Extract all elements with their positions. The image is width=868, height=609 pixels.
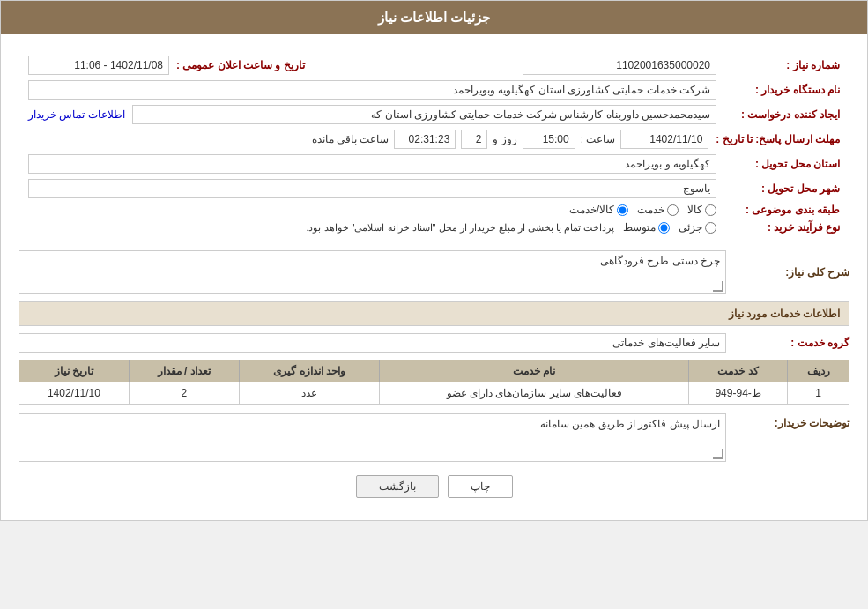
radio-kala[interactable]: کالا	[687, 204, 716, 216]
sharh-label: شرح کلی نیاز:	[726, 266, 849, 279]
services-table: ردیف کد خدمت نام خدمت واحد اندازه گیری ت…	[19, 360, 849, 405]
col-kod: کد خدمت	[688, 360, 787, 382]
motavasset-label: متوسط	[623, 221, 656, 234]
shahr-value: یاسوج	[28, 179, 716, 198]
ostan-value: کهگیلویه و بویراحمد	[28, 154, 716, 174]
noe-farayand-group: جزئی متوسط پرداخت تمام یا بخشی از مبلغ خ…	[28, 221, 716, 234]
nam-dastgah-label: نام دستگاه خریدار :	[716, 84, 840, 96]
back-button[interactable]: بازگشت	[356, 475, 439, 498]
mohlat-label: مهلت ارسال پاسخ: تا تاریخ :	[708, 133, 840, 145]
ijad-konande-value: سیدمحمدحسین داوربناه کارشناس شرکت خدمات …	[132, 105, 716, 124]
col-tarikh: تاریخ نیاز	[19, 360, 130, 382]
mohlat-remaining: 02:31:23	[394, 130, 456, 149]
gerohe-label: گروه خدمت :	[726, 337, 849, 349]
gerohe-value: سایر فعالیت‌های خدماتی	[19, 333, 726, 353]
tarikh-value: 1402/11/08 - 11:06	[28, 56, 169, 75]
tabaghe-kala-label: کالا	[687, 204, 702, 216]
jazzi-label: جزئی	[679, 221, 702, 234]
shahr-label: شهر محل تحویل :	[716, 182, 840, 195]
ijad-konande-link[interactable]: اطلاعات تماس خریدار	[28, 108, 125, 121]
farayand-note: پرداخت تمام یا بخشی از مبلغ خریدار از مح…	[306, 222, 614, 234]
textarea-resize-handle	[713, 281, 723, 292]
col-nam: نام خدمت	[380, 360, 688, 382]
header-title: جزئیات اطلاعات نیاز	[378, 10, 490, 25]
col-tedad: تعداد / مقدار	[129, 360, 239, 382]
radio-kala-khedmat[interactable]: کالا/خدمت	[569, 204, 628, 216]
shomare-niaz-value: 1102001635000020	[523, 56, 716, 75]
ostan-label: استان محل تحویل :	[716, 158, 840, 170]
toseih-label: توضیحات خریدار:	[726, 413, 849, 429]
tabaghe-label: طبقه بندی موضوعی :	[716, 204, 840, 216]
print-button[interactable]: چاپ	[448, 475, 513, 498]
radio-jazzi[interactable]: جزئی	[679, 221, 716, 234]
mohlat-remaining-label: ساعت باقی مانده	[312, 133, 389, 145]
services-table-section: ردیف کد خدمت نام خدمت واحد اندازه گیری ت…	[19, 360, 849, 405]
radio-motavasset[interactable]: متوسط	[623, 221, 670, 234]
khedmat-section-title: اطلاعات خدمات مورد نیاز	[19, 301, 849, 326]
table-row: 1ط-94-949فعالیت‌های سایر سازمان‌های دارا…	[19, 382, 849, 405]
radio-khedmat[interactable]: خدمت	[637, 204, 679, 216]
col-radif: ردیف	[788, 360, 849, 382]
mohlat-days: 2	[461, 130, 487, 149]
mohlat-date: 1402/11/10	[620, 130, 708, 149]
col-vahed: واحد اندازه گیری	[239, 360, 380, 382]
page-header: جزئیات اطلاعات نیاز	[1, 1, 867, 34]
tabaghe-kala-khedmat-label: کالا/خدمت	[569, 204, 614, 216]
tarikh-label: تاریخ و ساعت اعلان عمومی :	[169, 59, 305, 71]
ijad-konande-label: ایجاد کننده درخواست :	[716, 108, 840, 121]
toseih-value: ارسال پیش فاکتور از طریق همین سامانه	[540, 418, 720, 430]
tabaghe-khedmat-label: خدمت	[637, 204, 664, 216]
button-row: چاپ بازگشت	[19, 475, 849, 498]
noe-farayand-label: نوع فرآیند خرید :	[716, 221, 840, 234]
toseih-resize-handle	[713, 449, 723, 459]
mohlat-time-label: ساعت :	[581, 133, 616, 145]
sharh-value: چرخ دستی طرح فرودگاهی	[600, 255, 720, 267]
shomare-niaz-label: شماره نیاز :	[716, 59, 840, 71]
mohlat-time: 15:00	[523, 130, 575, 149]
mohlat-days-label: روز و	[493, 133, 516, 145]
tabaghe-radio-group: کالا خدمت کالا/خدمت	[28, 204, 716, 216]
nam-dastgah-value: شرکت خدمات حمایتی کشاورزی استان کهگیلویه…	[28, 80, 716, 100]
